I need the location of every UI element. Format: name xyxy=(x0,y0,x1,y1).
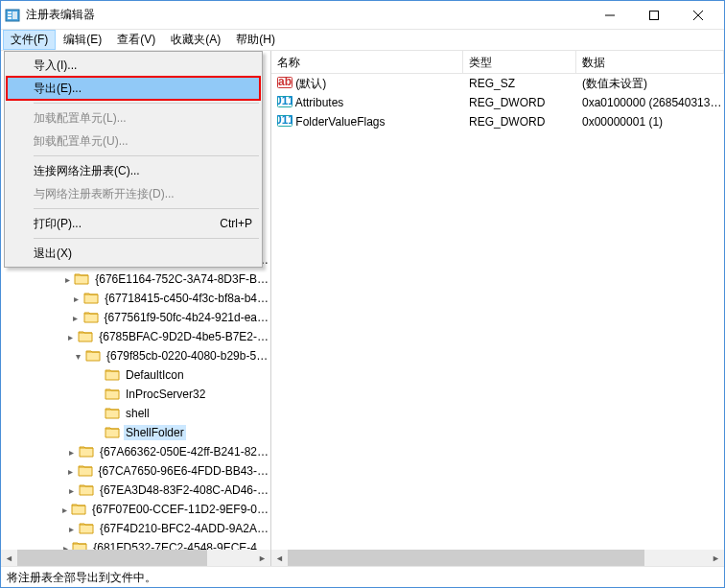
menu-help[interactable]: 帮助(H) xyxy=(228,30,283,50)
scroll-thumb[interactable] xyxy=(17,550,207,566)
twisty-placeholder xyxy=(89,406,105,421)
tree-row[interactable]: ▸{681FD532-7EC2-4548-9ECE-4… xyxy=(1,538,270,550)
binary-value-icon: 011 xyxy=(277,99,292,112)
menu-favorites[interactable]: 收藏夹(A) xyxy=(163,30,228,50)
chevron-right-icon[interactable]: ▸ xyxy=(58,502,71,517)
col-header-data[interactable]: 数据 xyxy=(576,51,724,73)
menu-print[interactable]: 打印(P)...Ctrl+P xyxy=(7,212,260,235)
folder-icon xyxy=(79,444,94,459)
close-button[interactable] xyxy=(676,1,720,30)
tree-row[interactable]: DefaultIcon xyxy=(1,365,270,385)
tree-row[interactable]: InProcServer32 xyxy=(1,385,270,404)
chevron-right-icon[interactable]: ▸ xyxy=(64,521,79,536)
folder-icon xyxy=(85,348,101,364)
maximize-button[interactable] xyxy=(632,1,676,30)
menu-export[interactable]: 导出(E)... xyxy=(7,77,260,100)
tree-row[interactable]: ▸{67CA7650-96E6-4FDD-BB43-… xyxy=(1,461,270,481)
folder-icon xyxy=(79,482,94,498)
scroll-left-icon[interactable]: ◄ xyxy=(1,550,17,566)
tree-row[interactable]: ▸{67A66362-050E-42ff-B241-82… xyxy=(1,442,270,461)
folder-icon xyxy=(71,502,86,517)
menu-exit[interactable]: 退出(X) xyxy=(7,242,260,265)
tree-row[interactable]: ▸{67718415-c450-4f3c-bf8a-b4… xyxy=(1,289,270,308)
value-data: 0xa0100000 (268540313… xyxy=(576,96,724,109)
scroll-right-icon[interactable]: ► xyxy=(708,550,724,566)
scroll-left-icon[interactable]: ◄ xyxy=(271,550,288,566)
menu-connect-network[interactable]: 连接网络注册表(C)... xyxy=(7,159,260,182)
string-value-icon: ab xyxy=(277,80,292,93)
titlebar: 注册表编辑器 xyxy=(1,1,724,30)
menu-edit[interactable]: 编辑(E) xyxy=(56,30,109,50)
menu-item-label: 导出(E)... xyxy=(34,81,82,97)
menu-load-hive: 加载配置单元(L)... xyxy=(7,106,260,129)
tree-node-label: InProcServer32 xyxy=(124,387,207,402)
tree-node-label: {677561f9-50fc-4b24-921d-ea… xyxy=(103,310,270,325)
tree-row[interactable]: ▸{676E1164-752C-3A74-8D3F-B… xyxy=(1,270,270,289)
col-header-name[interactable]: 名称 xyxy=(271,51,463,73)
list-row[interactable]: 011 AttributesREG_DWORD0xa0100000 (26854… xyxy=(271,93,724,112)
regedit-icon xyxy=(5,8,20,23)
value-list-body[interactable]: ab (默认)REG_SZ(数值未设置)011 AttributesREG_DW… xyxy=(271,74,724,131)
statusbar: 将注册表全部导出到文件中。 xyxy=(1,566,724,587)
menu-item-shortcut: Ctrl+P xyxy=(220,217,252,230)
list-header: 名称 类型 数据 xyxy=(271,51,724,74)
svg-rect-3 xyxy=(8,17,12,19)
menubar: 文件(F) 编辑(E) 查看(V) 收藏夹(A) 帮助(H) xyxy=(1,30,724,51)
list-row[interactable]: ab (默认)REG_SZ(数值未设置) xyxy=(271,74,724,93)
value-data: (数值未设置) xyxy=(576,76,724,92)
chevron-right-icon[interactable]: ▸ xyxy=(64,482,79,498)
tree-row[interactable]: ▸{67F4D210-BFC2-4ADD-9A2A… xyxy=(1,519,270,538)
minimize-button[interactable] xyxy=(588,1,632,30)
tree-row[interactable]: ▾{679f85cb-0220-4080-b29b-5… xyxy=(1,346,270,365)
scroll-track[interactable] xyxy=(288,550,708,566)
chevron-right-icon[interactable]: ▸ xyxy=(64,444,79,459)
tree-row[interactable]: shell xyxy=(1,404,270,423)
value-data: 0x00000001 (1) xyxy=(576,115,724,129)
menu-file[interactable]: 文件(F) xyxy=(3,30,56,50)
chevron-right-icon[interactable]: ▸ xyxy=(69,291,84,306)
tree-node-label: {681FD532-7EC2-4548-9ECE-4… xyxy=(91,540,270,550)
svg-rect-1 xyxy=(8,12,12,13)
menu-separator xyxy=(34,103,259,104)
svg-text:ab: ab xyxy=(278,75,292,88)
folder-icon xyxy=(105,406,120,421)
list-row[interactable]: 011 FolderValueFlagsREG_DWORD0x00000001 … xyxy=(271,112,724,131)
chevron-right-icon[interactable]: ▸ xyxy=(59,540,73,550)
registry-tree[interactable]: ▸{67677441-3350-45B4-9455-4…▸{676E1164-7… xyxy=(1,250,270,550)
scroll-right-icon[interactable]: ► xyxy=(254,550,270,566)
menu-separator xyxy=(34,208,259,209)
value-type: REG_SZ xyxy=(463,77,576,90)
chevron-right-icon[interactable]: ▸ xyxy=(63,463,77,479)
tree-row[interactable]: ▸{67EA3D48-83F2-408C-AD46-… xyxy=(1,481,270,500)
tree-node-label: {67CA7650-96E6-4FDD-BB43-… xyxy=(97,463,270,479)
folder-icon xyxy=(78,463,93,479)
chevron-down-icon[interactable]: ▾ xyxy=(70,348,85,364)
chevron-right-icon[interactable]: ▸ xyxy=(68,310,83,325)
chevron-right-icon[interactable]: ▸ xyxy=(60,271,74,287)
menu-unload-hive: 卸载配置单元(U)... xyxy=(7,129,260,153)
tree-row[interactable]: ▸{677561f9-50fc-4b24-921d-ea… xyxy=(1,308,270,327)
col-header-type[interactable]: 类型 xyxy=(463,51,576,73)
tree-row[interactable]: ShellFolder xyxy=(1,423,270,442)
status-text: 将注册表全部导出到文件中。 xyxy=(7,571,156,584)
tree-row[interactable]: ▸{67F07E00-CCEF-11D2-9EF9-0… xyxy=(1,500,270,519)
menu-item-label: 与网络注册表断开连接(D)... xyxy=(34,186,175,202)
menu-view[interactable]: 查看(V) xyxy=(109,30,163,50)
scroll-track[interactable] xyxy=(17,550,254,566)
menu-import[interactable]: 导入(I)... xyxy=(7,54,260,77)
value-type: REG_DWORD xyxy=(463,115,576,129)
tree-row[interactable]: ▸{6785BFAC-9D2D-4be5-B7E2-… xyxy=(1,327,270,346)
file-dropdown-menu: 导入(I)... 导出(E)... 加载配置单元(L)... 卸载配置单元(U)… xyxy=(4,51,263,268)
scroll-thumb[interactable] xyxy=(288,550,644,566)
value-list-panel: 名称 类型 数据 ab (默认)REG_SZ(数值未设置)011 Attribu… xyxy=(271,51,724,566)
folder-icon xyxy=(72,540,87,550)
tree-panel: 导入(I)... 导出(E)... 加载配置单元(L)... 卸载配置单元(U)… xyxy=(1,51,271,566)
twisty-placeholder xyxy=(89,367,105,383)
menu-item-label: 导入(I)... xyxy=(34,58,77,74)
tree-hscrollbar[interactable]: ◄ ► xyxy=(1,550,270,566)
chevron-right-icon[interactable]: ▸ xyxy=(64,329,79,344)
list-hscrollbar[interactable]: ◄ ► xyxy=(271,550,724,566)
tree-node-label: {67718415-c450-4f3c-bf8a-b4… xyxy=(103,291,270,306)
folder-icon xyxy=(78,329,93,344)
menu-item-label: 卸载配置单元(U)... xyxy=(34,133,129,150)
